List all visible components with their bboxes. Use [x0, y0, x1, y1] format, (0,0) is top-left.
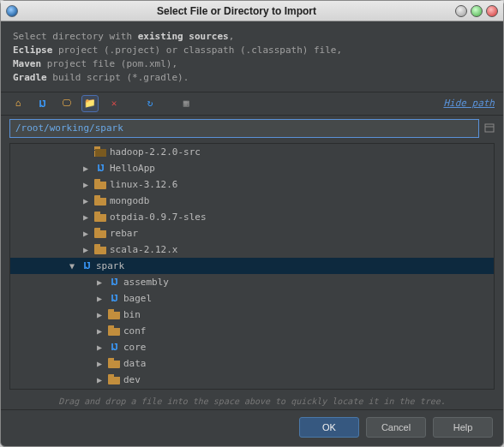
instr-line1a: Select directory with [13, 31, 138, 42]
tree-item-label: conf [123, 325, 147, 337]
expand-arrow[interactable]: ▶ [94, 374, 105, 384]
tree-row[interactable]: ▶data [10, 355, 494, 372]
instruction-text: Select directory with existing sources, … [1, 21, 503, 92]
show-hidden-button[interactable]: ▦ [177, 95, 195, 112]
delete-icon: ✕ [111, 98, 117, 109]
close-button[interactable] [486, 5, 498, 17]
tree-item-label: data [123, 358, 147, 369]
tree-row[interactable]: ▶core [10, 339, 494, 355]
delete-button[interactable]: ✕ [105, 95, 123, 112]
tree-item-label: mongodb [110, 195, 149, 206]
tree-row[interactable]: ▶HelloApp [10, 160, 494, 176]
show-hidden-icon: ▦ [183, 98, 189, 109]
tree-item-label: scala-2.12.x [110, 244, 177, 255]
intellij-project-icon [108, 276, 120, 288]
window-app-icon [6, 5, 18, 17]
tree-item-label: HelloApp [110, 163, 155, 174]
refresh-icon: ↻ [147, 98, 153, 109]
titlebar: Select File or Directory to Import [1, 1, 503, 21]
expand-arrow[interactable]: ▶ [81, 179, 91, 189]
expand-arrow[interactable]: ▶ [94, 342, 105, 352]
intellij-project-icon [108, 341, 120, 353]
instr-line1b: existing sources [138, 31, 229, 42]
hide-path-link[interactable]: Hide path [443, 98, 495, 109]
tree-row[interactable]: hadoop-2.2.0-src [10, 144, 494, 160]
maximize-button[interactable] [471, 5, 483, 17]
tree-item-label: assembly [123, 277, 169, 288]
tree-row[interactable]: ▶mongodb [10, 193, 494, 209]
tree-item-label: bin [123, 309, 141, 320]
expand-arrow[interactable]: ▶ [81, 244, 91, 254]
dialog-footer: OK Cancel Help [1, 409, 503, 446]
folder-icon [94, 179, 106, 189]
tree-item-label: core [123, 342, 147, 353]
folder-icon [108, 325, 120, 336]
project-button[interactable]: IJ [33, 95, 51, 112]
expand-arrow[interactable]: ▶ [81, 163, 91, 173]
tree-item-label: otpdia-0.9.7-sles [110, 212, 207, 223]
intellij-project-icon [81, 259, 93, 271]
folder-icon [94, 244, 106, 254]
tree-row[interactable]: ▶bagel [10, 290, 494, 307]
window-controls [455, 5, 498, 17]
tree-row[interactable]: ▶bin [10, 307, 494, 323]
expand-arrow[interactable]: ▶ [81, 195, 91, 206]
ok-button[interactable]: OK [299, 417, 359, 438]
expand-arrow[interactable]: ▼ [67, 260, 77, 271]
tree-row[interactable]: ▶conf [10, 323, 494, 339]
tree-row[interactable]: ▶dev [10, 372, 494, 388]
expand-arrow[interactable]: ▶ [94, 325, 105, 336]
expand-arrow[interactable]: ▶ [81, 212, 91, 222]
folder-icon [94, 228, 106, 238]
expand-arrow[interactable]: ▶ [94, 309, 105, 319]
folder-icon [94, 212, 106, 222]
tree-row[interactable]: ▼spark [10, 258, 494, 274]
tree-row[interactable]: ▶scala-2.12.x [10, 241, 494, 258]
expand-arrow[interactable]: ▶ [94, 358, 105, 368]
intellij-project-icon [94, 162, 106, 174]
tree-item-label: dev [123, 374, 141, 385]
folder-icon [94, 195, 106, 206]
expand-arrow[interactable]: ▶ [81, 228, 91, 238]
refresh-button[interactable]: ↻ [141, 95, 159, 112]
history-icon[interactable] [483, 122, 495, 134]
file-tree[interactable]: hadoop-2.2.0-src▶HelloApp▶linux-3.12.6▶m… [9, 143, 495, 390]
toolbar: ⌂ IJ 🖵 📁 ✕ ↻ ▦ Hide path [1, 92, 503, 116]
folder-open-icon [94, 146, 106, 157]
folder-icon [108, 374, 120, 384]
expand-arrow[interactable]: ▶ [94, 277, 105, 287]
expand-arrow [81, 146, 91, 157]
minimize-button[interactable] [455, 5, 467, 17]
window-title: Select File or Directory to Import [21, 5, 452, 17]
tree-item-label: hadoop-2.2.0-src [110, 146, 201, 158]
new-folder-button[interactable]: 📁 [81, 95, 99, 112]
dialog-window: Select File or Directory to Import Selec… [0, 0, 504, 447]
project-icon: IJ [39, 98, 45, 109]
instr-line1c: , [229, 31, 235, 42]
intellij-project-icon [108, 292, 120, 304]
tree-row[interactable]: ▶otpdia-0.9.7-sles [10, 209, 494, 225]
tree-row[interactable]: ▶assembly [10, 274, 494, 290]
desktop-button[interactable]: 🖵 [57, 95, 75, 112]
instr-line3a: Maven [13, 58, 41, 69]
tree-row[interactable]: ▶linux-3.12.6 [10, 176, 494, 193]
home-button[interactable]: ⌂ [9, 95, 27, 112]
instr-line2a: Eclipse [13, 45, 52, 56]
path-input[interactable] [15, 122, 473, 134]
desktop-icon: 🖵 [62, 98, 71, 109]
tree-item-label: spark [96, 260, 124, 271]
expand-arrow[interactable]: ▶ [94, 293, 105, 303]
drop-hint: Drag and drop a file into the space abov… [1, 391, 503, 409]
folder-icon [108, 358, 120, 368]
folder-icon [108, 309, 120, 319]
tree-row[interactable]: ▶rebar [10, 225, 494, 241]
instr-line4b: build script (*.gradle). [47, 72, 189, 83]
path-field-container [9, 119, 479, 138]
svg-rect-0 [485, 124, 494, 132]
tree-item-label: rebar [110, 228, 138, 239]
instr-line3b: project file (pom.xml), [41, 58, 177, 69]
help-button[interactable]: Help [433, 417, 493, 438]
instr-line2b: project (.project) or classpath (.classp… [52, 45, 342, 56]
cancel-button[interactable]: Cancel [366, 417, 426, 438]
tree-item-label: linux-3.12.6 [110, 179, 177, 190]
